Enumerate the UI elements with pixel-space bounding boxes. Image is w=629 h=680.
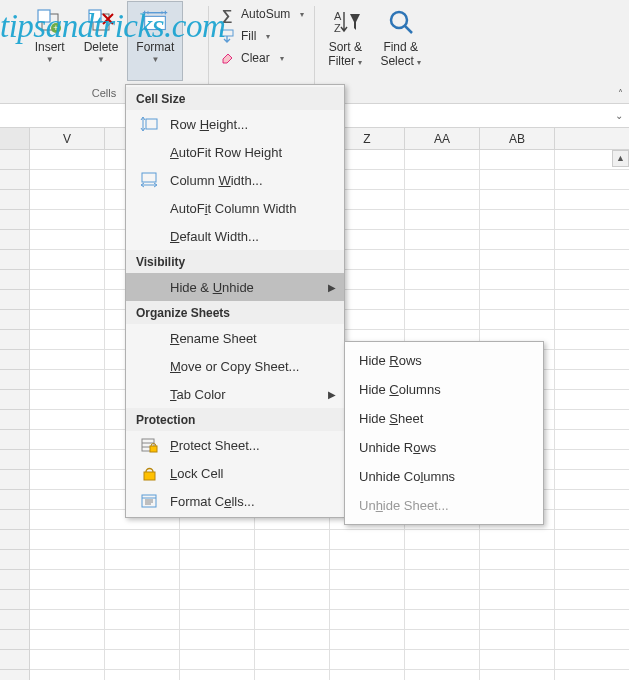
cell[interactable]: [30, 230, 105, 250]
cell[interactable]: [405, 610, 480, 630]
cell[interactable]: [480, 210, 555, 230]
cell[interactable]: [405, 150, 480, 170]
cell[interactable]: [555, 570, 629, 590]
cell[interactable]: [330, 530, 405, 550]
cell[interactable]: [405, 650, 480, 670]
cell[interactable]: [30, 630, 105, 650]
cell[interactable]: [480, 150, 555, 170]
formula-bar-expand-button[interactable]: ⌄: [615, 110, 623, 121]
cell[interactable]: [405, 310, 480, 330]
cell[interactable]: [405, 230, 480, 250]
cell[interactable]: [405, 570, 480, 590]
cell[interactable]: [30, 350, 105, 370]
row-header[interactable]: [0, 210, 30, 230]
cell[interactable]: [255, 670, 330, 680]
row-header[interactable]: [0, 670, 30, 680]
cell[interactable]: [30, 670, 105, 680]
row-height-item[interactable]: Row Height...: [126, 110, 344, 138]
cell[interactable]: [30, 570, 105, 590]
cell[interactable]: [480, 670, 555, 680]
cell[interactable]: [105, 550, 180, 570]
cell[interactable]: [480, 250, 555, 270]
cell[interactable]: [30, 250, 105, 270]
row-header[interactable]: [0, 370, 30, 390]
cell[interactable]: [330, 590, 405, 610]
cell[interactable]: [255, 550, 330, 570]
row-header[interactable]: [0, 550, 30, 570]
clear-button[interactable]: Clear ▾: [213, 48, 310, 68]
tab-color-item[interactable]: Tab Color ▶: [126, 380, 344, 408]
cell[interactable]: [30, 270, 105, 290]
cell[interactable]: [30, 330, 105, 350]
cell[interactable]: [405, 590, 480, 610]
cell[interactable]: [555, 490, 629, 510]
autosum-button[interactable]: ∑ AutoSum ▾: [213, 4, 310, 24]
cell[interactable]: [555, 670, 629, 680]
cell[interactable]: [180, 530, 255, 550]
cell[interactable]: [30, 310, 105, 330]
cell[interactable]: [405, 530, 480, 550]
cell[interactable]: [405, 550, 480, 570]
hide-sheet-item[interactable]: Hide Sheet: [345, 404, 543, 433]
cell[interactable]: [555, 350, 629, 370]
rename-sheet-item[interactable]: Rename Sheet: [126, 324, 344, 352]
cell[interactable]: [30, 650, 105, 670]
cell[interactable]: [30, 430, 105, 450]
protect-sheet-item[interactable]: Protect Sheet...: [126, 431, 344, 459]
cell[interactable]: [330, 650, 405, 670]
cell[interactable]: [330, 610, 405, 630]
cell[interactable]: [105, 570, 180, 590]
cell[interactable]: [255, 530, 330, 550]
cell[interactable]: [330, 670, 405, 680]
row-header[interactable]: [0, 270, 30, 290]
cell[interactable]: [555, 430, 629, 450]
cell[interactable]: [480, 610, 555, 630]
row-header[interactable]: [0, 290, 30, 310]
cell[interactable]: [480, 550, 555, 570]
cell[interactable]: [405, 250, 480, 270]
cell[interactable]: [405, 270, 480, 290]
row-header[interactable]: [0, 330, 30, 350]
cell[interactable]: [180, 670, 255, 680]
column-width-item[interactable]: Column Width...: [126, 166, 344, 194]
row-header[interactable]: [0, 410, 30, 430]
cell[interactable]: [255, 650, 330, 670]
cell[interactable]: [480, 590, 555, 610]
cell[interactable]: [30, 470, 105, 490]
cell[interactable]: [480, 290, 555, 310]
cell[interactable]: [480, 170, 555, 190]
row-header[interactable]: [0, 630, 30, 650]
cell[interactable]: [105, 670, 180, 680]
cell[interactable]: [105, 530, 180, 550]
cell[interactable]: [480, 650, 555, 670]
cell[interactable]: [30, 410, 105, 430]
cell[interactable]: [255, 610, 330, 630]
cell[interactable]: [405, 290, 480, 310]
cell[interactable]: [555, 590, 629, 610]
unhide-columns-item[interactable]: Unhide Columns: [345, 462, 543, 491]
column-header[interactable]: V: [30, 128, 105, 149]
unhide-rows-item[interactable]: Unhide Rows: [345, 433, 543, 462]
cell[interactable]: [255, 570, 330, 590]
cell[interactable]: [555, 530, 629, 550]
cell[interactable]: [30, 170, 105, 190]
row-header[interactable]: [0, 190, 30, 210]
cell[interactable]: [555, 450, 629, 470]
cell[interactable]: [480, 270, 555, 290]
delete-button[interactable]: Delete ▼: [76, 2, 127, 80]
row-header[interactable]: [0, 170, 30, 190]
cell[interactable]: [480, 630, 555, 650]
cell[interactable]: [555, 390, 629, 410]
cell[interactable]: [555, 630, 629, 650]
cell[interactable]: [30, 530, 105, 550]
cell[interactable]: [480, 570, 555, 590]
autofit-column-width-item[interactable]: AutoFit Column Width: [126, 194, 344, 222]
cell[interactable]: [30, 490, 105, 510]
cell[interactable]: [30, 510, 105, 530]
row-header[interactable]: [0, 350, 30, 370]
cell[interactable]: [555, 610, 629, 630]
row-header[interactable]: [0, 590, 30, 610]
row-header[interactable]: [0, 310, 30, 330]
row-header[interactable]: [0, 230, 30, 250]
select-all-corner[interactable]: [0, 128, 30, 149]
